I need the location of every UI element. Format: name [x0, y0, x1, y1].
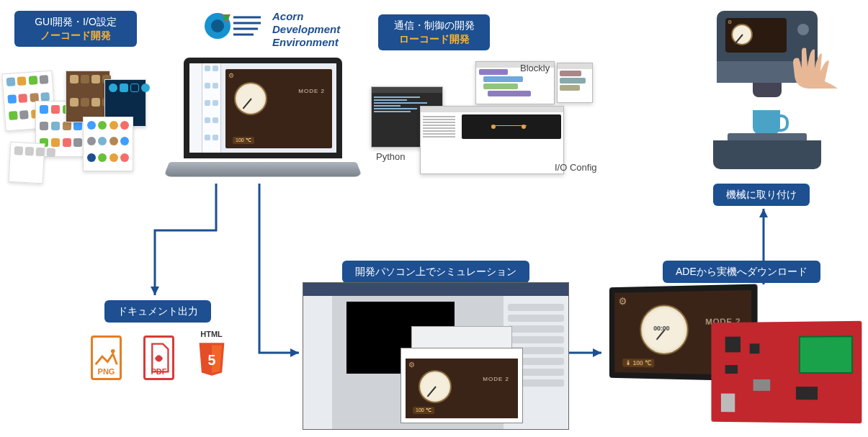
pill-gui-dev: GUI開発・I/O設定 ノーコード開発 [14, 11, 137, 47]
coffee-cup-icon [753, 110, 780, 135]
document-format-icons: PNG PDF HTML 5 [86, 330, 231, 380]
pill-document-output: ドキュメント出力 [104, 300, 211, 323]
svg-marker-1 [290, 348, 299, 357]
io-config-window [420, 106, 564, 174]
pill-dl-title: ADEから実機へダウンロード [676, 266, 807, 277]
brand-name: Acorn Development Environment [272, 10, 340, 49]
gui-mode-label: MODE 2 [298, 88, 325, 94]
pill-doc-title: ドキュメント出力 [117, 305, 198, 317]
gear-icon: ⚙ [228, 72, 234, 79]
controller-pcb [711, 321, 862, 424]
appliance-coffee-machine: ⚙ [702, 11, 832, 173]
brand-line3: Environment [272, 36, 340, 49]
gui-temp-label: 100 ℃ [233, 137, 254, 144]
gear-icon: ⚙ [408, 361, 415, 369]
blockly-aux-window [557, 63, 593, 103]
pill-simulation: 開発パソコン上でシミュレーション [342, 261, 529, 283]
svg-point-5 [211, 19, 224, 32]
html-label: HTML [192, 330, 231, 338]
png-label: PNG [86, 367, 126, 376]
html5-icon: HTML 5 [192, 330, 231, 380]
brand-line1: Acorn [272, 10, 340, 23]
pill-gui-sub: ノーコード開発 [27, 29, 124, 42]
appliance-knob [797, 24, 809, 35]
pill-comm-title: 通信・制御の開発 [394, 19, 475, 31]
ade-logo [202, 7, 263, 47]
svg-point-6 [223, 14, 229, 20]
python-label: Python [376, 151, 405, 162]
ioconfig-label: I/O Config [555, 162, 597, 173]
device-gauge-center: 00:00 [653, 325, 669, 332]
laptop-ade-illustration: MODE 2 100 ℃ ⚙ [169, 58, 357, 184]
device-temp-label: 🌡 100 ℃ [622, 359, 654, 367]
svg-marker-0 [151, 287, 159, 295]
pill-mount-title: 機械に取り付け [726, 189, 797, 200]
pill-sim-title: 開発パソコン上でシミュレーション [355, 266, 516, 277]
sim-mode-label: MODE 2 [483, 376, 509, 382]
component-palette-illustration [4, 65, 155, 184]
gear-icon: ⚙ [619, 295, 627, 307]
brand-line2: Development [272, 23, 340, 36]
html5-badge-number: 5 [208, 352, 216, 368]
simulation-screenshot: MODE 2 100 ℃ ⚙ [303, 282, 569, 430]
blockly-label: Blockly [520, 63, 550, 73]
gear-icon: ⚙ [728, 19, 732, 25]
pill-comm-sub: ローコード開発 [391, 32, 477, 46]
pill-mount: 機械に取り付け [713, 184, 810, 206]
pdf-icon: PDF [139, 330, 179, 380]
pill-comm-dev: 通信・制御の開発 ローコード開発 [378, 14, 490, 50]
pill-download: ADEから実機へダウンロード [663, 261, 820, 283]
sim-temp-label: 100 ℃ [413, 407, 434, 414]
svg-point-11 [111, 349, 115, 353]
pdf-label: PDF [139, 367, 179, 376]
simulator-preview-window: MODE 2 100 ℃ ⚙ [401, 348, 523, 423]
touching-hand-icon [782, 47, 839, 90]
png-icon: PNG [86, 330, 126, 380]
pill-gui-title: GUI開発・I/O設定 [35, 16, 117, 27]
svg-marker-2 [593, 348, 601, 357]
svg-marker-3 [759, 209, 768, 217]
